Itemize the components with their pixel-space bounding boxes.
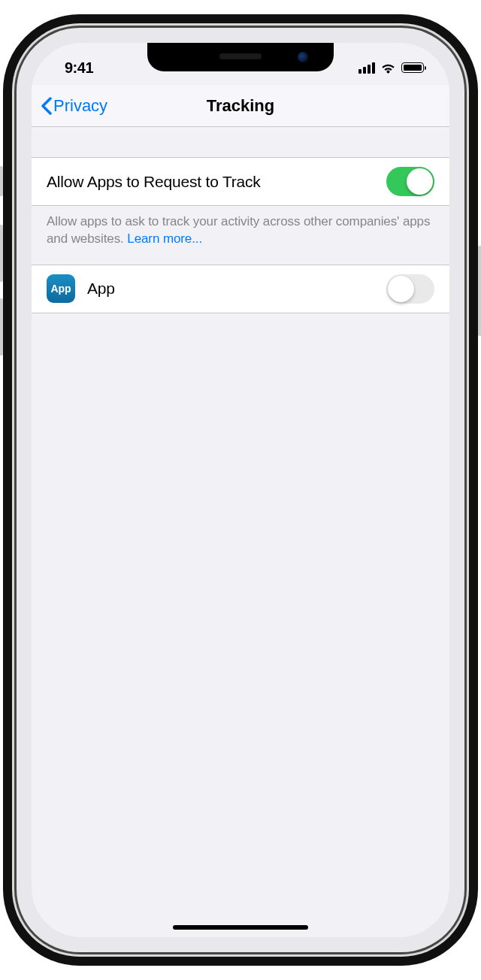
- app-tracking-row: App App: [32, 265, 449, 313]
- power-button: [478, 246, 481, 336]
- allow-apps-request-label: Allow Apps to Request to Track: [47, 173, 386, 191]
- battery-icon: [401, 62, 424, 73]
- allow-apps-footer: Allow apps to ask to track your activity…: [32, 206, 449, 265]
- allow-apps-request-toggle[interactable]: [386, 167, 434, 196]
- allow-apps-request-row: Allow Apps to Request to Track: [32, 157, 449, 206]
- settings-content: Allow Apps to Request to Track Allow app…: [32, 127, 449, 313]
- toggle-knob: [388, 276, 414, 302]
- cellular-signal-icon: [358, 62, 375, 74]
- front-camera: [298, 52, 308, 62]
- screen: 9:41 Privacy Tracking: [32, 43, 449, 937]
- mute-switch: [0, 166, 3, 196]
- home-indicator[interactable]: [173, 925, 308, 930]
- learn-more-link[interactable]: Learn more...: [127, 231, 202, 246]
- status-icons: [358, 62, 424, 74]
- volume-up-button: [0, 225, 3, 282]
- back-button[interactable]: Privacy: [41, 96, 107, 116]
- notch: [147, 43, 334, 71]
- navigation-bar: Privacy Tracking: [32, 85, 449, 127]
- speaker-grille: [219, 53, 262, 59]
- app-icon: App: [47, 274, 75, 303]
- phone-device-frame: 9:41 Privacy Tracking: [17, 28, 464, 952]
- chevron-left-icon: [41, 97, 52, 115]
- app-icon-text: App: [50, 283, 71, 295]
- app-tracking-toggle[interactable]: [386, 274, 434, 304]
- wifi-icon: [380, 62, 396, 74]
- toggle-knob: [407, 168, 433, 195]
- status-time: 9:41: [65, 59, 93, 77]
- volume-down-button: [0, 298, 3, 355]
- footer-description: Allow apps to ask to track your activity…: [47, 214, 430, 246]
- app-name-label: App: [87, 280, 386, 298]
- back-label: Privacy: [53, 96, 107, 116]
